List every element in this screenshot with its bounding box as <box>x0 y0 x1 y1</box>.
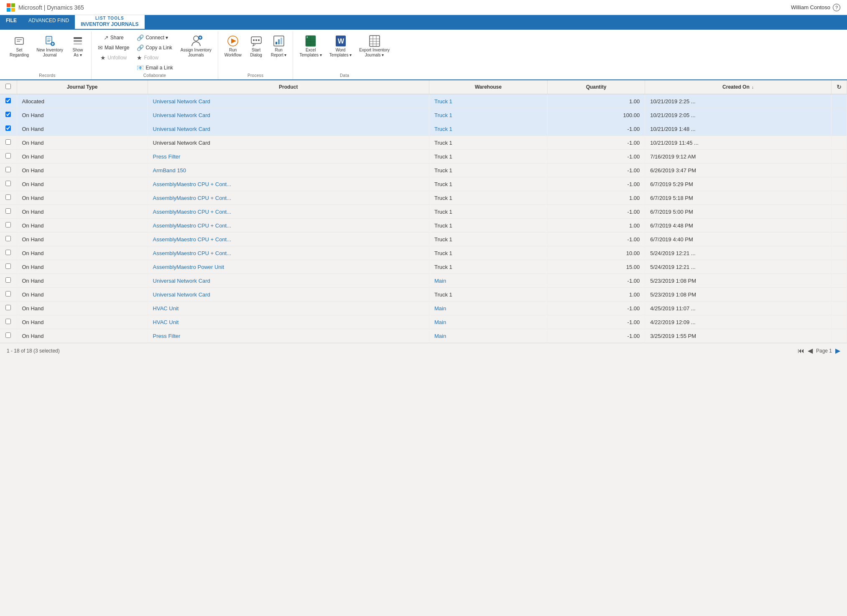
help-icon[interactable]: ? <box>833 4 840 11</box>
refresh-icon[interactable]: ↻ <box>837 84 842 90</box>
row-checkbox-cell[interactable] <box>0 122 17 136</box>
product-cell[interactable]: Press Filter <box>148 329 429 343</box>
warehouse-link[interactable]: Main <box>434 333 446 339</box>
row-checkbox-cell[interactable] <box>0 302 17 315</box>
row-checkbox[interactable] <box>5 98 11 103</box>
row-checkbox-cell[interactable] <box>0 233 17 246</box>
connect-button[interactable]: 🔗 Connect ▾ <box>134 33 171 42</box>
tab-file[interactable]: FILE <box>0 15 23 26</box>
product-link[interactable]: Universal Network Card <box>153 278 210 284</box>
warehouse-cell[interactable]: Truck 1 <box>429 108 547 122</box>
row-checkbox[interactable] <box>5 291 11 296</box>
product-cell[interactable]: HVAC Unit <box>148 302 429 315</box>
row-checkbox[interactable] <box>5 250 11 255</box>
row-checkbox[interactable] <box>5 153 11 158</box>
row-checkbox[interactable] <box>5 305 11 310</box>
product-cell[interactable]: AssemblyMaestro CPU + Cont... <box>148 219 429 233</box>
prev-page-icon[interactable]: ◀ <box>808 347 813 355</box>
product-link[interactable]: HVAC Unit <box>153 319 179 325</box>
product-cell[interactable]: ArmBand 150 <box>148 164 429 177</box>
product-cell[interactable]: AssemblyMaestro CPU + Cont... <box>148 246 429 260</box>
warehouse-cell[interactable]: Main <box>429 329 547 343</box>
warehouse-link[interactable]: Main <box>434 305 446 312</box>
product-link[interactable]: ArmBand 150 <box>153 167 186 174</box>
row-checkbox[interactable] <box>5 112 11 117</box>
product-link[interactable]: Universal Network Card <box>153 112 210 118</box>
warehouse-link[interactable]: Main <box>434 278 446 284</box>
tab-advanced-find[interactable]: ADVANCED FIND <box>23 15 75 26</box>
product-cell[interactable]: Universal Network Card <box>148 288 429 302</box>
created-on-header[interactable]: Created On ↓ <box>645 80 832 94</box>
product-link[interactable]: Universal Network Card <box>153 98 210 105</box>
row-checkbox[interactable] <box>5 263 11 269</box>
row-checkbox[interactable] <box>5 332 11 338</box>
row-checkbox[interactable] <box>5 139 11 145</box>
row-checkbox[interactable] <box>5 125 11 131</box>
warehouse-link[interactable]: Truck 1 <box>434 126 452 132</box>
row-checkbox[interactable] <box>5 319 11 324</box>
word-templates-button[interactable]: W WordTemplates ▾ <box>327 33 355 59</box>
row-checkbox-cell[interactable] <box>0 205 17 219</box>
email-a-link-button[interactable]: 📧 Email a Link <box>134 63 176 72</box>
row-checkbox-cell[interactable] <box>0 94 17 108</box>
share-button[interactable]: ↗ Share <box>101 33 127 42</box>
product-cell[interactable]: AssemblyMaestro CPU + Cont... <box>148 191 429 205</box>
warehouse-link[interactable]: Main <box>434 319 446 325</box>
assign-inventory-journals-button[interactable]: Assign InventoryJournals <box>178 33 214 59</box>
warehouse-header[interactable]: Warehouse <box>429 80 547 94</box>
product-link[interactable]: AssemblyMaestro CPU + Cont... <box>153 222 231 229</box>
product-link[interactable]: AssemblyMaestro Power Unit <box>153 264 225 270</box>
row-checkbox[interactable] <box>5 222 11 227</box>
row-checkbox[interactable] <box>5 277 11 283</box>
product-cell[interactable]: HVAC Unit <box>148 315 429 329</box>
row-checkbox-cell[interactable] <box>0 329 17 343</box>
follow-button[interactable]: ★ Follow <box>134 53 161 62</box>
product-link[interactable]: AssemblyMaestro CPU + Cont... <box>153 250 231 256</box>
row-checkbox-cell[interactable] <box>0 108 17 122</box>
warehouse-cell[interactable]: Truck 1 <box>429 122 547 136</box>
row-checkbox[interactable] <box>5 236 11 241</box>
product-cell[interactable]: Press Filter <box>148 150 429 164</box>
row-checkbox[interactable] <box>5 181 11 186</box>
first-page-icon[interactable]: ⏮ <box>798 347 804 355</box>
run-report-button[interactable]: RunReport ▾ <box>268 33 290 59</box>
product-link[interactable]: AssemblyMaestro CPU + Cont... <box>153 181 231 187</box>
product-cell[interactable]: Universal Network Card <box>148 122 429 136</box>
product-cell[interactable]: AssemblyMaestro CPU + Cont... <box>148 233 429 246</box>
copy-a-link-button[interactable]: 🔗 Copy a Link <box>134 43 175 52</box>
refresh-header[interactable]: ↻ <box>832 80 847 94</box>
quantity-header[interactable]: Quantity <box>547 80 645 94</box>
show-as-button[interactable]: ShowAs ▾ <box>68 33 88 59</box>
product-link[interactable]: Universal Network Card <box>153 126 210 132</box>
row-checkbox-cell[interactable] <box>0 136 17 150</box>
run-workflow-button[interactable]: RunWorkflow <box>222 33 245 59</box>
warehouse-cell[interactable]: Main <box>429 302 547 315</box>
row-checkbox[interactable] <box>5 208 11 214</box>
mail-merge-button[interactable]: ✉ Mail Merge <box>95 43 132 52</box>
unfollow-button[interactable]: ★ Unfollow <box>97 53 130 62</box>
select-all-header[interactable] <box>0 80 17 94</box>
row-checkbox-cell[interactable] <box>0 150 17 164</box>
row-checkbox-cell[interactable] <box>0 288 17 302</box>
row-checkbox-cell[interactable] <box>0 246 17 260</box>
product-link[interactable]: Press Filter <box>153 153 181 160</box>
product-link[interactable]: AssemblyMaestro CPU + Cont... <box>153 195 231 201</box>
warehouse-cell[interactable]: Main <box>429 315 547 329</box>
row-checkbox[interactable] <box>5 194 11 200</box>
product-cell[interactable]: Universal Network Card <box>148 108 429 122</box>
row-checkbox-cell[interactable] <box>0 260 17 274</box>
row-checkbox[interactable] <box>5 167 11 172</box>
excel-templates-button[interactable]: X ExcelTemplates ▾ <box>296 33 324 59</box>
product-link[interactable]: AssemblyMaestro CPU + Cont... <box>153 236 231 243</box>
product-cell[interactable]: Universal Network Card <box>148 274 429 288</box>
product-link[interactable]: Universal Network Card <box>153 291 210 298</box>
row-checkbox-cell[interactable] <box>0 177 17 191</box>
product-header[interactable]: Product <box>148 80 429 94</box>
export-inventory-journals-button[interactable]: Export InventoryJournals ▾ <box>356 33 393 59</box>
row-checkbox-cell[interactable] <box>0 219 17 233</box>
warehouse-cell[interactable]: Truck 1 <box>429 94 547 108</box>
journal-type-header[interactable]: Journal Type <box>17 80 148 94</box>
start-dialog-button[interactable]: StartDialog <box>246 33 266 59</box>
next-page-icon[interactable]: ▶ <box>835 347 840 355</box>
new-inventory-journal-button[interactable]: New InventoryJournal <box>33 33 66 59</box>
